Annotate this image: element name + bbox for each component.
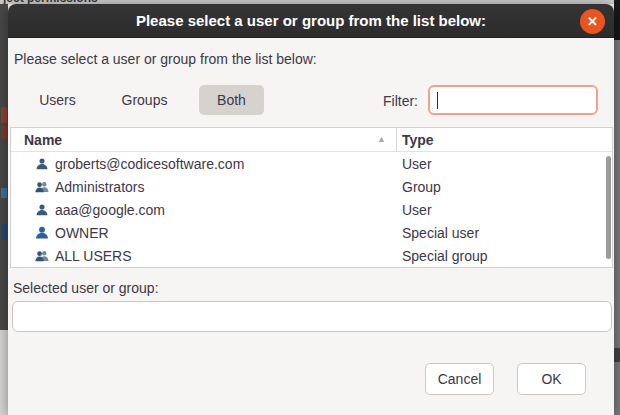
table-header-row: Name ▲ Type (11, 128, 612, 152)
background-icon-sliver (1, 125, 7, 139)
dialog-title: Please select a user or group from the l… (136, 12, 486, 29)
table-row[interactable]: Administrators Group (11, 175, 612, 198)
scope-toggle-group: Users Groups Both (25, 85, 286, 115)
row-type: User (397, 156, 432, 172)
tab-both[interactable]: Both (199, 85, 264, 115)
table-row[interactable]: OWNER Special user (11, 221, 612, 244)
selected-user-group-label: Selected user or group: (13, 280, 159, 296)
table-row[interactable]: ALL USERS Special group (11, 244, 612, 267)
row-name: OWNER (55, 225, 109, 241)
special-user-icon (35, 226, 49, 240)
row-type: Group (397, 179, 441, 195)
row-name: ALL USERS (55, 248, 132, 264)
close-icon: ✕ (587, 14, 598, 29)
background-icon-sliver (1, 188, 7, 198)
column-header-type[interactable]: Type (397, 132, 434, 148)
table-row[interactable]: aaa@google.com User (11, 198, 612, 221)
cancel-button[interactable]: Cancel (425, 363, 494, 395)
background-window-right-edge (614, 0, 620, 415)
tab-groups[interactable]: Groups (112, 85, 177, 115)
column-header-name[interactable]: Name ▲ (11, 128, 397, 151)
background-scrollbar-fragment (614, 348, 620, 362)
row-type: User (397, 202, 432, 218)
row-type: Special group (397, 248, 488, 264)
user-group-select-dialog: Please select a user or group from the l… (8, 4, 614, 415)
user-icon (35, 157, 49, 171)
background-icon-sliver (1, 224, 7, 240)
background-dark-area (614, 0, 620, 40)
background-window-left-edge (0, 4, 8, 415)
row-name: Administrators (55, 179, 144, 195)
close-button[interactable]: ✕ (580, 9, 605, 34)
table-row[interactable]: groberts@codicesoftware.com User (11, 152, 612, 175)
row-name: aaa@google.com (55, 202, 165, 218)
filter-label: Filter: (383, 93, 418, 109)
row-name: groberts@codicesoftware.com (55, 156, 244, 172)
filter-input[interactable] (428, 85, 598, 115)
user-icon (35, 203, 49, 217)
special-group-icon (35, 249, 49, 263)
text-caret (437, 92, 438, 109)
tab-users[interactable]: Users (25, 85, 90, 115)
ok-button[interactable]: OK (517, 363, 586, 395)
table-scrollbar[interactable] (606, 156, 611, 259)
sort-ascending-icon: ▲ (377, 134, 386, 144)
group-icon (35, 180, 49, 194)
dialog-titlebar[interactable]: Please select a user or group from the l… (8, 4, 614, 38)
selected-user-group-input[interactable] (12, 301, 612, 332)
prompt-label: Please select a user or group from the l… (14, 51, 317, 67)
background-icon-sliver (1, 107, 7, 123)
row-type: Special user (397, 225, 479, 241)
user-group-table: Name ▲ Type groberts@codicesoftware.com … (10, 127, 613, 268)
